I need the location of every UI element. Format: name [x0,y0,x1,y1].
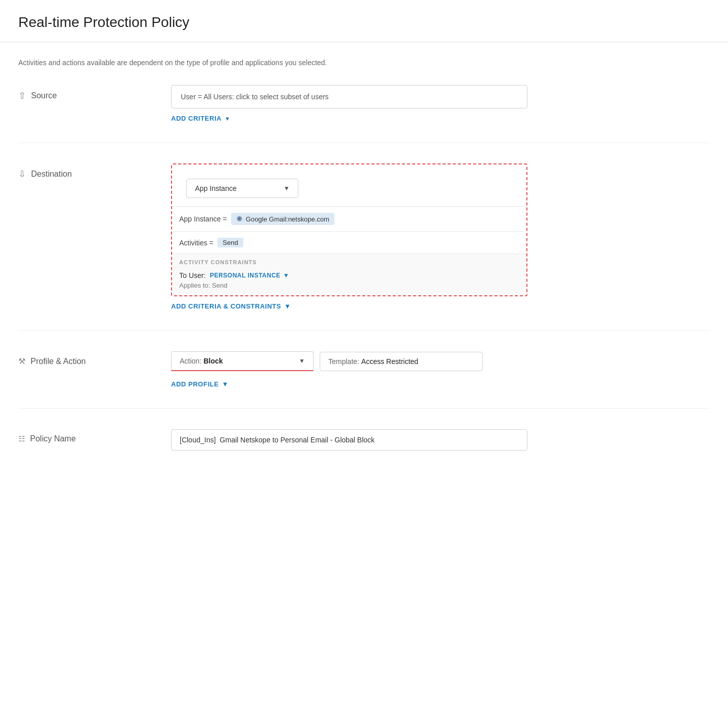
app-instance-row: App Instance = ✺ Google Gmail:netskope.c… [172,206,526,231]
chevron-down-icon: ▼ [284,185,290,192]
upload-icon: ⇧ [18,90,26,101]
app-instance-equals-label: App Instance = [179,215,227,223]
applies-to-text: Applies to: Send [179,282,519,289]
constraints-header: ACTIVITY CONSTRAINTS [172,254,526,268]
profile-action-content: Action: Block ▼ Template: Access Restric… [171,351,710,388]
policy-name-label-text: Policy Name [30,434,76,443]
app-instance-dropdown[interactable]: App Instance ▼ [186,179,298,198]
destination-section: ⇩ Destination App Instance ▼ App Instanc… [18,163,710,331]
profile-icon: ⚒ [18,356,25,366]
template-box: Template: Access Restricted [320,352,483,371]
destination-dashed-container: App Instance ▼ App Instance = ✺ Google G… [171,163,527,296]
source-add-criteria-button[interactable]: ADD CRITERIA ▼ [171,115,231,122]
chevron-down-icon: ▼ [299,357,305,365]
chevron-down-icon: ▼ [283,272,289,279]
chevron-down-icon: ▼ [284,302,291,310]
app-instance-value: Google Gmail:netskope.com [246,215,329,223]
source-label: ⇧ Source [18,85,171,101]
constraint-row: To User: PERSONAL INSTANCE ▼ Applies to:… [172,268,526,295]
add-criteria-constraints-button[interactable]: ADD CRITERIA & CONSTRAINTS ▼ [171,302,291,310]
activities-row: Activities = Send [172,231,526,254]
action-label: Action: [180,357,202,365]
to-user-row: To User: PERSONAL INSTANCE ▼ [179,271,519,280]
template-label: Template: [328,357,359,366]
source-add-criteria-label: ADD CRITERIA [171,115,221,122]
activity-tag[interactable]: Send [217,238,243,247]
personal-instance-label: PERSONAL INSTANCE [210,272,281,279]
activities-equals-label: Activities = [179,239,213,247]
destination-label-text: Destination [31,170,72,179]
source-content: User = All Users: click to select subset… [171,85,710,122]
document-icon: ☷ [18,434,25,443]
policy-name-content [171,429,710,451]
chevron-down-icon: ▼ [225,116,230,122]
profile-action-section: ⚒ Profile & Action Action: Block ▼ Templ… [18,351,710,409]
policy-name-section: ☷ Policy Name [18,429,710,471]
subtitle-text: Activities and actions available are dep… [18,59,710,67]
app-instance-tag[interactable]: ✺ Google Gmail:netskope.com [231,213,334,225]
chevron-down-icon: ▼ [222,380,229,388]
personal-instance-button[interactable]: PERSONAL INSTANCE ▼ [210,272,289,279]
constraints-section: ACTIVITY CONSTRAINTS To User: PERSONAL I… [172,254,526,295]
app-instance-dropdown-value: App Instance [195,184,237,192]
profile-action-row: Action: Block ▼ Template: Access Restric… [171,351,710,371]
source-section: ⇧ Source User = All Users: click to sele… [18,85,710,143]
template-value: Access Restricted [361,357,418,366]
action-value: Block [204,357,223,365]
add-profile-label: ADD PROFILE [171,380,219,388]
add-profile-button[interactable]: ADD PROFILE ▼ [171,380,229,388]
source-label-text: Source [31,91,57,100]
add-criteria-constraints-label: ADD CRITERIA & CONSTRAINTS [171,302,281,310]
activity-value: Send [222,239,238,246]
destination-content: App Instance ▼ App Instance = ✺ Google G… [171,163,527,310]
profile-action-label: ⚒ Profile & Action [18,351,171,366]
page-title: Real-time Protection Policy [18,14,710,31]
download-icon: ⇩ [18,169,26,180]
policy-name-label: ☷ Policy Name [18,429,171,443]
profile-action-label-text: Profile & Action [31,357,86,366]
action-dropdown-label: Action: Block [180,357,223,365]
source-criteria-box[interactable]: User = All Users: click to select subset… [171,85,527,108]
action-dropdown[interactable]: Action: Block ▼ [171,351,314,371]
to-user-label: To User: [179,271,206,280]
destination-label: ⇩ Destination [18,163,171,180]
policy-name-input[interactable] [171,429,527,451]
puzzle-icon: ✺ [236,214,243,224]
source-criteria-text: User = All Users: click to select subset… [181,93,329,101]
